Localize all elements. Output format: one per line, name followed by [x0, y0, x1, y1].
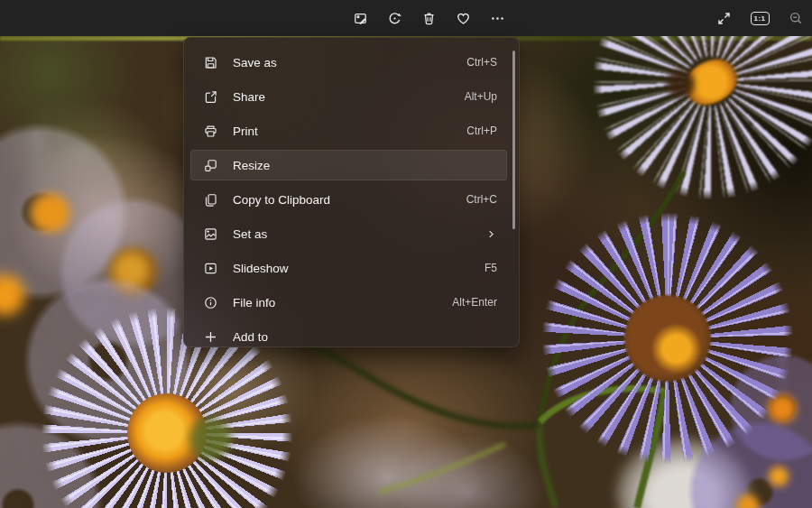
toolbar: 1:1	[0, 0, 812, 36]
rotate-icon	[387, 11, 402, 26]
menu-item-label: Resize	[233, 159, 497, 172]
edit-image-icon	[353, 11, 368, 26]
actual-size-icon: 1:1	[751, 12, 770, 25]
menu-item-label: Add to	[233, 330, 497, 344]
more-button[interactable]	[483, 4, 512, 32]
resize-icon	[203, 158, 218, 173]
slideshow-icon	[203, 261, 218, 276]
menu-item-shortcut: Ctrl+C	[466, 193, 497, 206]
menu-item-shortcut: Alt+Enter	[452, 296, 497, 309]
add-to-icon	[203, 329, 218, 345]
edit-image-button[interactable]	[346, 4, 374, 32]
daisy-bottom-left-bud	[184, 415, 236, 462]
fullscreen-button[interactable]	[709, 4, 738, 32]
context-menu: Save as Ctrl+S Share Alt+Up	[183, 37, 520, 347]
toolbar-right-group: 1:1	[709, 4, 810, 32]
menu-item-label: Save as	[233, 56, 466, 69]
menu-item-label: Slideshow	[233, 262, 484, 275]
delete-button[interactable]	[414, 4, 443, 32]
rotate-button[interactable]	[380, 4, 409, 32]
menu-item-save-as[interactable]: Save as Ctrl+S	[190, 47, 507, 78]
copy-icon	[203, 192, 218, 208]
menu-item-shortcut: Ctrl+S	[466, 56, 497, 69]
file-info-icon	[203, 295, 218, 310]
toolbar-center-group	[346, 4, 512, 32]
photos-app-window: 1:1 Save	[0, 0, 812, 508]
menu-item-copy-to-clipboard[interactable]: Copy to Clipboard Ctrl+C	[190, 184, 507, 215]
menu-item-label: Share	[233, 90, 465, 104]
daisy-right-main-center	[624, 295, 711, 382]
menu-item-label: File info	[233, 296, 452, 309]
menu-item-label: Copy to Clipboard	[233, 193, 466, 207]
menu-item-print[interactable]: Print Ctrl+P	[190, 115, 507, 146]
print-icon	[203, 124, 218, 139]
favorite-heart-icon	[456, 11, 471, 26]
menu-item-resize[interactable]: Resize	[190, 150, 507, 180]
menu-item-slideshow[interactable]: Slideshow F5	[190, 253, 507, 283]
menu-item-label: Print	[233, 125, 466, 138]
menu-item-file-info[interactable]: File info Alt+Enter	[190, 287, 507, 318]
zoom-out-button[interactable]	[781, 4, 810, 32]
favorite-button[interactable]	[448, 4, 477, 32]
delete-icon	[421, 11, 437, 26]
set-as-icon	[203, 226, 218, 242]
more-ellipsis-icon	[490, 11, 505, 26]
menu-item-add-to[interactable]: Add to	[190, 321, 507, 347]
save-icon	[203, 55, 218, 70]
menu-scrollbar[interactable]	[512, 51, 515, 229]
fullscreen-expand-icon	[716, 11, 732, 26]
actual-size-button[interactable]: 1:1	[745, 4, 774, 32]
menu-item-label: Set as	[233, 227, 485, 241]
submenu-chevron-icon	[485, 228, 497, 240]
share-icon	[203, 89, 218, 105]
menu-item-share[interactable]: Share Alt+Up	[190, 81, 507, 112]
menu-item-shortcut: Alt+Up	[465, 90, 497, 103]
zoom-out-icon	[789, 11, 804, 26]
menu-item-set-as[interactable]: Set as	[190, 218, 507, 249]
menu-item-shortcut: Ctrl+P	[466, 125, 497, 137]
menu-item-shortcut: F5	[484, 262, 497, 274]
